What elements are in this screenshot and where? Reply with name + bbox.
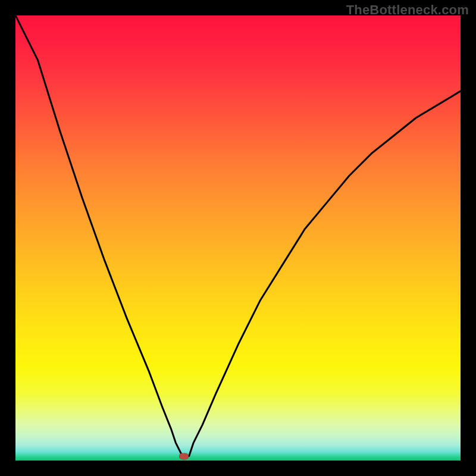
curve-layer: [15, 15, 461, 461]
watermark-text: TheBottleneck.com: [346, 2, 469, 18]
curve-path: [15, 15, 461, 456]
plot-area: [15, 15, 461, 461]
optimum-marker: [179, 453, 189, 459]
chart-frame: TheBottleneck.com: [0, 0, 476, 476]
